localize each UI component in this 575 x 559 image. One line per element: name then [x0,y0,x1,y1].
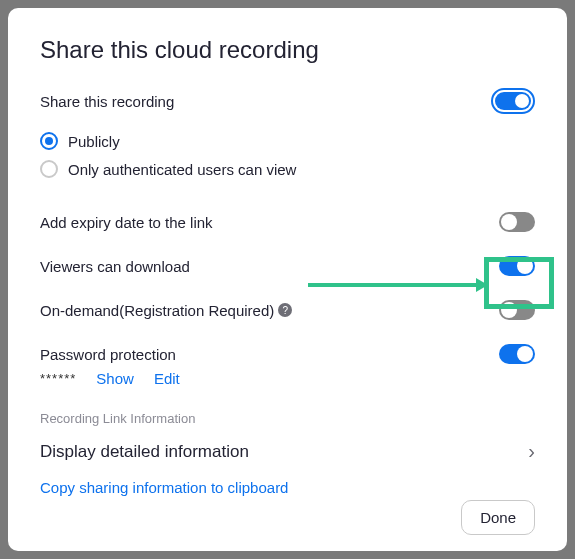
display-detailed-info-row[interactable]: Display detailed information › [40,436,535,479]
download-row: Viewers can download [40,246,535,290]
share-recording-row: Share this recording [40,88,535,114]
visibility-option-publicly[interactable]: Publicly [40,128,535,156]
password-masked: ****** [40,371,76,386]
modal-footer: Done [40,500,535,535]
modal-title: Share this cloud recording [40,36,535,64]
radio-authenticated[interactable] [40,160,58,178]
share-recording-modal: Share this cloud recording Share this re… [8,8,567,551]
on-demand-label: On-demand(Registration Required) ? [40,302,292,319]
password-row: ****** Show Edit [40,370,535,411]
on-demand-toggle[interactable] [499,300,535,320]
copy-sharing-info-link[interactable]: Copy sharing information to clipboard [40,479,535,500]
radio-publicly[interactable] [40,132,58,150]
password-protection-toggle[interactable] [499,344,535,364]
help-icon[interactable]: ? [278,303,292,317]
recording-link-info-header: Recording Link Information [40,411,535,436]
password-protection-label: Password protection [40,346,176,363]
share-recording-toggle[interactable] [491,88,535,114]
expiry-row: Add expiry date to the link [40,202,535,246]
on-demand-row: On-demand(Registration Required) ? [40,290,535,334]
share-recording-label: Share this recording [40,93,174,110]
password-show-link[interactable]: Show [96,370,134,387]
download-toggle[interactable] [499,256,535,276]
display-detailed-info-label: Display detailed information [40,442,249,462]
visibility-option-authenticated[interactable]: Only authenticated users can view [40,156,535,184]
chevron-right-icon: › [528,440,535,463]
password-protection-row: Password protection [40,334,535,370]
password-edit-link[interactable]: Edit [154,370,180,387]
radio-publicly-label: Publicly [68,133,120,150]
download-label: Viewers can download [40,258,190,275]
visibility-radio-group: Publicly Only authenticated users can vi… [40,128,535,184]
expiry-toggle[interactable] [499,212,535,232]
radio-authenticated-label: Only authenticated users can view [68,161,296,178]
done-button[interactable]: Done [461,500,535,535]
expiry-label: Add expiry date to the link [40,214,213,231]
